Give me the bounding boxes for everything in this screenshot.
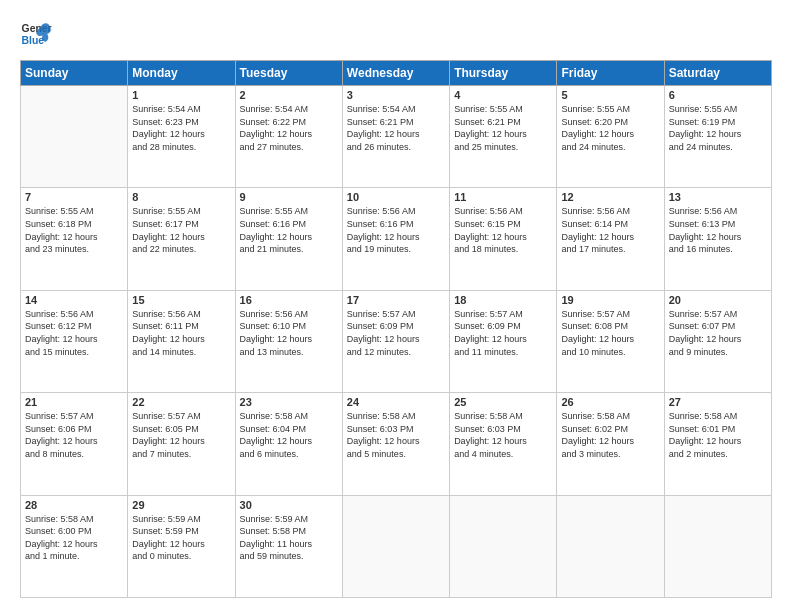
calendar-cell: 9Sunrise: 5:55 AM Sunset: 6:16 PM Daylig… bbox=[235, 188, 342, 290]
day-info: Sunrise: 5:58 AM Sunset: 6:03 PM Dayligh… bbox=[347, 410, 445, 460]
day-info: Sunrise: 5:57 AM Sunset: 6:07 PM Dayligh… bbox=[669, 308, 767, 358]
calendar-cell: 1Sunrise: 5:54 AM Sunset: 6:23 PM Daylig… bbox=[128, 86, 235, 188]
day-number: 28 bbox=[25, 499, 123, 511]
logo-icon: General Blue bbox=[20, 18, 52, 50]
day-info: Sunrise: 5:56 AM Sunset: 6:12 PM Dayligh… bbox=[25, 308, 123, 358]
weekday-header-friday: Friday bbox=[557, 61, 664, 86]
calendar-cell: 26Sunrise: 5:58 AM Sunset: 6:02 PM Dayli… bbox=[557, 393, 664, 495]
day-number: 14 bbox=[25, 294, 123, 306]
day-number: 23 bbox=[240, 396, 338, 408]
day-number: 21 bbox=[25, 396, 123, 408]
week-row-5: 28Sunrise: 5:58 AM Sunset: 6:00 PM Dayli… bbox=[21, 495, 772, 597]
calendar-table: SundayMondayTuesdayWednesdayThursdayFrid… bbox=[20, 60, 772, 598]
day-info: Sunrise: 5:59 AM Sunset: 5:59 PM Dayligh… bbox=[132, 513, 230, 563]
calendar-cell: 17Sunrise: 5:57 AM Sunset: 6:09 PM Dayli… bbox=[342, 290, 449, 392]
day-number: 6 bbox=[669, 89, 767, 101]
calendar-cell: 2Sunrise: 5:54 AM Sunset: 6:22 PM Daylig… bbox=[235, 86, 342, 188]
calendar-cell: 4Sunrise: 5:55 AM Sunset: 6:21 PM Daylig… bbox=[450, 86, 557, 188]
week-row-4: 21Sunrise: 5:57 AM Sunset: 6:06 PM Dayli… bbox=[21, 393, 772, 495]
day-number: 25 bbox=[454, 396, 552, 408]
day-number: 9 bbox=[240, 191, 338, 203]
calendar-cell: 10Sunrise: 5:56 AM Sunset: 6:16 PM Dayli… bbox=[342, 188, 449, 290]
day-info: Sunrise: 5:55 AM Sunset: 6:20 PM Dayligh… bbox=[561, 103, 659, 153]
calendar-cell: 12Sunrise: 5:56 AM Sunset: 6:14 PM Dayli… bbox=[557, 188, 664, 290]
day-number: 26 bbox=[561, 396, 659, 408]
day-number: 1 bbox=[132, 89, 230, 101]
day-info: Sunrise: 5:58 AM Sunset: 6:00 PM Dayligh… bbox=[25, 513, 123, 563]
week-row-3: 14Sunrise: 5:56 AM Sunset: 6:12 PM Dayli… bbox=[21, 290, 772, 392]
day-info: Sunrise: 5:57 AM Sunset: 6:09 PM Dayligh… bbox=[347, 308, 445, 358]
day-info: Sunrise: 5:54 AM Sunset: 6:21 PM Dayligh… bbox=[347, 103, 445, 153]
calendar-cell: 30Sunrise: 5:59 AM Sunset: 5:58 PM Dayli… bbox=[235, 495, 342, 597]
weekday-header-wednesday: Wednesday bbox=[342, 61, 449, 86]
day-info: Sunrise: 5:57 AM Sunset: 6:09 PM Dayligh… bbox=[454, 308, 552, 358]
calendar-cell: 7Sunrise: 5:55 AM Sunset: 6:18 PM Daylig… bbox=[21, 188, 128, 290]
weekday-header-sunday: Sunday bbox=[21, 61, 128, 86]
calendar-cell: 24Sunrise: 5:58 AM Sunset: 6:03 PM Dayli… bbox=[342, 393, 449, 495]
calendar-cell: 13Sunrise: 5:56 AM Sunset: 6:13 PM Dayli… bbox=[664, 188, 771, 290]
day-number: 8 bbox=[132, 191, 230, 203]
calendar-cell: 11Sunrise: 5:56 AM Sunset: 6:15 PM Dayli… bbox=[450, 188, 557, 290]
day-info: Sunrise: 5:57 AM Sunset: 6:06 PM Dayligh… bbox=[25, 410, 123, 460]
day-info: Sunrise: 5:56 AM Sunset: 6:15 PM Dayligh… bbox=[454, 205, 552, 255]
day-number: 24 bbox=[347, 396, 445, 408]
day-info: Sunrise: 5:54 AM Sunset: 6:23 PM Dayligh… bbox=[132, 103, 230, 153]
day-info: Sunrise: 5:55 AM Sunset: 6:18 PM Dayligh… bbox=[25, 205, 123, 255]
calendar-cell: 29Sunrise: 5:59 AM Sunset: 5:59 PM Dayli… bbox=[128, 495, 235, 597]
weekday-header-tuesday: Tuesday bbox=[235, 61, 342, 86]
day-info: Sunrise: 5:56 AM Sunset: 6:13 PM Dayligh… bbox=[669, 205, 767, 255]
day-number: 19 bbox=[561, 294, 659, 306]
day-number: 29 bbox=[132, 499, 230, 511]
calendar-cell: 23Sunrise: 5:58 AM Sunset: 6:04 PM Dayli… bbox=[235, 393, 342, 495]
logo: General Blue bbox=[20, 18, 52, 50]
calendar-cell: 6Sunrise: 5:55 AM Sunset: 6:19 PM Daylig… bbox=[664, 86, 771, 188]
calendar-cell: 28Sunrise: 5:58 AM Sunset: 6:00 PM Dayli… bbox=[21, 495, 128, 597]
calendar-cell bbox=[557, 495, 664, 597]
calendar-cell: 8Sunrise: 5:55 AM Sunset: 6:17 PM Daylig… bbox=[128, 188, 235, 290]
calendar-cell: 18Sunrise: 5:57 AM Sunset: 6:09 PM Dayli… bbox=[450, 290, 557, 392]
day-number: 15 bbox=[132, 294, 230, 306]
calendar-cell bbox=[342, 495, 449, 597]
day-info: Sunrise: 5:57 AM Sunset: 6:05 PM Dayligh… bbox=[132, 410, 230, 460]
calendar-cell: 25Sunrise: 5:58 AM Sunset: 6:03 PM Dayli… bbox=[450, 393, 557, 495]
week-row-1: 1Sunrise: 5:54 AM Sunset: 6:23 PM Daylig… bbox=[21, 86, 772, 188]
day-number: 12 bbox=[561, 191, 659, 203]
calendar-cell: 19Sunrise: 5:57 AM Sunset: 6:08 PM Dayli… bbox=[557, 290, 664, 392]
day-number: 27 bbox=[669, 396, 767, 408]
day-number: 30 bbox=[240, 499, 338, 511]
day-number: 22 bbox=[132, 396, 230, 408]
calendar-cell bbox=[664, 495, 771, 597]
day-number: 5 bbox=[561, 89, 659, 101]
weekday-header-row: SundayMondayTuesdayWednesdayThursdayFrid… bbox=[21, 61, 772, 86]
day-info: Sunrise: 5:54 AM Sunset: 6:22 PM Dayligh… bbox=[240, 103, 338, 153]
page: General Blue SundayMondayTuesdayWednesda… bbox=[0, 0, 792, 612]
calendar-cell: 27Sunrise: 5:58 AM Sunset: 6:01 PM Dayli… bbox=[664, 393, 771, 495]
weekday-header-saturday: Saturday bbox=[664, 61, 771, 86]
week-row-2: 7Sunrise: 5:55 AM Sunset: 6:18 PM Daylig… bbox=[21, 188, 772, 290]
day-number: 18 bbox=[454, 294, 552, 306]
day-number: 16 bbox=[240, 294, 338, 306]
calendar-cell: 21Sunrise: 5:57 AM Sunset: 6:06 PM Dayli… bbox=[21, 393, 128, 495]
svg-text:Blue: Blue bbox=[22, 35, 45, 46]
day-number: 11 bbox=[454, 191, 552, 203]
calendar-cell: 5Sunrise: 5:55 AM Sunset: 6:20 PM Daylig… bbox=[557, 86, 664, 188]
calendar-cell bbox=[450, 495, 557, 597]
calendar-cell: 14Sunrise: 5:56 AM Sunset: 6:12 PM Dayli… bbox=[21, 290, 128, 392]
calendar-cell: 16Sunrise: 5:56 AM Sunset: 6:10 PM Dayli… bbox=[235, 290, 342, 392]
day-info: Sunrise: 5:56 AM Sunset: 6:10 PM Dayligh… bbox=[240, 308, 338, 358]
day-info: Sunrise: 5:57 AM Sunset: 6:08 PM Dayligh… bbox=[561, 308, 659, 358]
day-info: Sunrise: 5:55 AM Sunset: 6:17 PM Dayligh… bbox=[132, 205, 230, 255]
calendar-cell: 22Sunrise: 5:57 AM Sunset: 6:05 PM Dayli… bbox=[128, 393, 235, 495]
calendar-cell: 15Sunrise: 5:56 AM Sunset: 6:11 PM Dayli… bbox=[128, 290, 235, 392]
day-number: 4 bbox=[454, 89, 552, 101]
day-number: 17 bbox=[347, 294, 445, 306]
header: General Blue bbox=[20, 18, 772, 50]
day-number: 2 bbox=[240, 89, 338, 101]
day-number: 10 bbox=[347, 191, 445, 203]
day-info: Sunrise: 5:58 AM Sunset: 6:03 PM Dayligh… bbox=[454, 410, 552, 460]
day-number: 3 bbox=[347, 89, 445, 101]
day-info: Sunrise: 5:56 AM Sunset: 6:16 PM Dayligh… bbox=[347, 205, 445, 255]
weekday-header-monday: Monday bbox=[128, 61, 235, 86]
day-info: Sunrise: 5:58 AM Sunset: 6:04 PM Dayligh… bbox=[240, 410, 338, 460]
day-info: Sunrise: 5:58 AM Sunset: 6:02 PM Dayligh… bbox=[561, 410, 659, 460]
